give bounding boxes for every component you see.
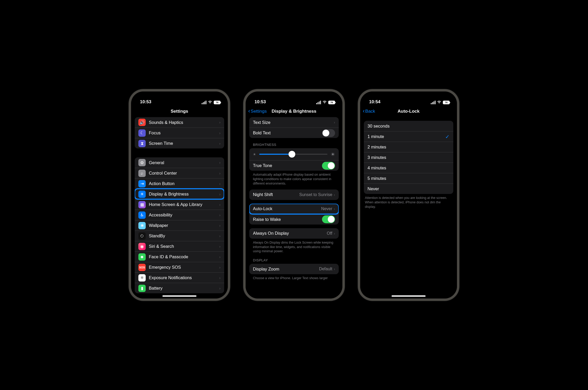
- status-bar: 10:54 76: [360, 91, 457, 106]
- auto-lock-option[interactable]: 5 minutes: [364, 173, 453, 183]
- phone-auto-lock: 10:54 76 ‹ Back Auto-Lock 30 seconds1 mi…: [358, 89, 459, 301]
- auto-lock-option[interactable]: Never: [364, 183, 453, 194]
- chevron-right-icon: ›: [334, 120, 335, 124]
- settings-siri-label: Siri & Search: [149, 244, 219, 249]
- settings-sos[interactable]: SOSEmergency SOS›: [135, 262, 224, 272]
- true-tone-toggle[interactable]: [322, 162, 335, 170]
- signal-icon: [431, 101, 436, 104]
- signal-icon: [316, 101, 321, 104]
- home-indicator[interactable]: [162, 295, 196, 297]
- auto-lock-option-label: Never: [368, 186, 450, 191]
- phone-display-brightness: 10:53 76 ‹ Settings Display & Brightness…: [243, 89, 345, 301]
- home-indicator[interactable]: [392, 295, 426, 297]
- back-label: Settings: [251, 109, 267, 114]
- display-header: DISPLAY: [253, 258, 339, 262]
- display-zoom-value: Default: [319, 267, 332, 271]
- settings-screen-time[interactable]: ⧗Screen Time›: [135, 138, 224, 148]
- text-size-label: Text Size: [253, 120, 334, 125]
- status-bar: 10:53 76: [131, 91, 228, 106]
- settings-siri[interactable]: ◉Siri & Search›: [135, 241, 224, 251]
- back-button[interactable]: ‹ Back: [363, 109, 375, 114]
- sun-large-icon: ☀︎: [331, 151, 335, 157]
- settings-accessibility[interactable]: ♿︎Accessibility›: [135, 210, 224, 220]
- chevron-right-icon: ›: [334, 267, 335, 271]
- settings-sos-icon: SOS: [138, 264, 146, 271]
- settings-faceid-icon: ☻: [138, 253, 146, 261]
- back-button[interactable]: ‹ Settings: [248, 109, 267, 114]
- settings-display-brightness-label: Display & Brightness: [149, 192, 219, 197]
- auto-lock-option-label: 1 minute: [368, 134, 445, 139]
- brightness-header: BRIGHTNESS: [253, 143, 339, 147]
- settings-focus-icon: ☾: [138, 129, 146, 137]
- auto-lock-option[interactable]: 1 minute✓: [364, 131, 453, 142]
- sun-small-icon: ☀︎: [253, 152, 256, 156]
- chevron-right-icon: ›: [219, 265, 220, 269]
- status-bar: 10:53 76: [246, 91, 342, 106]
- row-raise-to-wake[interactable]: Raise to Wake: [249, 214, 339, 225]
- bold-text-toggle[interactable]: [322, 129, 335, 137]
- auto-lock-option[interactable]: 4 minutes: [364, 163, 453, 173]
- night-shift-label: Night Shift: [253, 192, 299, 197]
- status-time: 10:54: [369, 99, 380, 105]
- settings-battery-label: Battery: [149, 286, 219, 291]
- display-zoom-footer: Choose a view for iPhone. Larger Text sh…: [253, 276, 338, 280]
- chevron-right-icon: ›: [219, 223, 220, 228]
- row-true-tone[interactable]: True Tone: [249, 160, 339, 171]
- settings-home-screen[interactable]: ▦Home Screen & App Library›: [135, 199, 224, 210]
- chevron-right-icon: ›: [219, 276, 220, 280]
- true-tone-label: True Tone: [253, 163, 322, 168]
- settings-general[interactable]: ⚙General›: [135, 157, 224, 168]
- auto-lock-option[interactable]: 2 minutes: [364, 142, 453, 152]
- settings-general-icon: ⚙: [138, 159, 146, 166]
- settings-sos-label: Emergency SOS: [149, 265, 219, 270]
- settings-action-button-icon: ⇥: [138, 180, 146, 187]
- nav-bar: ‹ Settings Display & Brightness: [246, 106, 342, 117]
- page-title: Settings: [131, 109, 228, 114]
- settings-sounds-label: Sounds & Haptics: [149, 120, 219, 125]
- phone-settings: 10:53 76 Settings 🔊Sounds & Haptics›☾Foc…: [129, 89, 230, 301]
- battery-icon: 76: [214, 101, 220, 104]
- chevron-right-icon: ›: [219, 213, 220, 217]
- row-auto-lock[interactable]: Auto-Lock Never ›: [249, 204, 339, 214]
- check-icon: ✓: [445, 134, 450, 140]
- night-shift-value: Sunset to Sunrise: [299, 192, 332, 197]
- raise-to-wake-toggle[interactable]: [322, 215, 335, 223]
- row-display-zoom[interactable]: Display Zoom Default ›: [249, 264, 339, 274]
- auto-lock-option[interactable]: 3 minutes: [364, 152, 453, 163]
- chevron-right-icon: ›: [219, 160, 220, 165]
- chevron-right-icon: ›: [219, 255, 220, 259]
- settings-display-brightness[interactable]: ☀Display & Brightness›: [135, 189, 224, 199]
- always-on-value: Off: [327, 231, 332, 236]
- settings-control-center[interactable]: ⌕Control Center›: [135, 168, 224, 178]
- row-night-shift[interactable]: Night Shift Sunset to Sunrise ›: [249, 190, 339, 200]
- auto-lock-option[interactable]: 30 seconds: [364, 121, 453, 131]
- settings-display-brightness-icon: ☀: [138, 191, 146, 198]
- auto-lock-value: Never: [321, 207, 332, 211]
- settings-faceid-label: Face ID & Passcode: [149, 254, 219, 259]
- settings-siri-icon: ◉: [138, 243, 146, 250]
- status-time: 10:53: [140, 99, 151, 105]
- settings-battery[interactable]: ▮Battery›: [135, 283, 224, 293]
- chevron-right-icon: ›: [219, 171, 220, 175]
- row-bold-text[interactable]: Bold Text: [249, 128, 339, 138]
- chevron-right-icon: ›: [219, 141, 220, 146]
- settings-standby-icon: ⏲: [138, 232, 146, 240]
- brightness-slider[interactable]: [259, 154, 327, 155]
- chevron-right-icon: ›: [219, 192, 220, 196]
- settings-home-screen-icon: ▦: [138, 201, 146, 208]
- settings-general-label: General: [149, 160, 219, 165]
- settings-standby[interactable]: ⏲StandBy›: [135, 231, 224, 241]
- settings-focus[interactable]: ☾Focus›: [135, 128, 224, 138]
- row-text-size[interactable]: Text Size ›: [249, 117, 339, 128]
- auto-lock-option-label: 5 minutes: [368, 176, 450, 181]
- settings-faceid[interactable]: ☻Face ID & Passcode›: [135, 251, 224, 262]
- row-always-on[interactable]: Always On Display Off ›: [249, 228, 339, 239]
- settings-sounds[interactable]: 🔊Sounds & Haptics›: [135, 117, 224, 128]
- settings-action-button[interactable]: ⇥Action Button›: [135, 178, 224, 189]
- nav-bar: ‹ Back Auto-Lock: [360, 106, 457, 117]
- raise-to-wake-label: Raise to Wake: [253, 217, 322, 222]
- chevron-right-icon: ›: [219, 234, 220, 238]
- settings-wallpaper[interactable]: ❀Wallpaper›: [135, 220, 224, 231]
- always-on-footer: Always On Display dims the Lock Screen w…: [253, 240, 338, 254]
- settings-exposure[interactable]: ⚛︎Exposure Notifications›: [135, 272, 224, 283]
